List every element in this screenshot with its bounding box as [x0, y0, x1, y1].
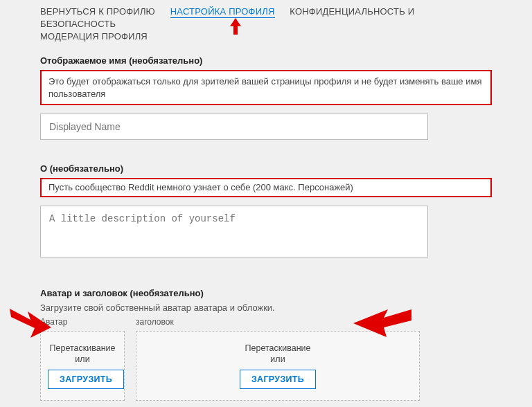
- display-name-input[interactable]: [40, 114, 428, 140]
- avatar-or-text: или: [48, 354, 117, 364]
- display-name-label: Отображаемое имя (необязательно): [40, 55, 492, 66]
- avatar-col-label: Аватар: [40, 317, 125, 327]
- tab-profile-moderation[interactable]: МОДЕРАЦИЯ ПРОФИЛЯ: [40, 31, 148, 42]
- tab-profile-settings[interactable]: НАСТРОЙКА ПРОФИЛЯ: [170, 6, 275, 18]
- tab-back-to-profile[interactable]: ВЕРНУТЬСЯ К ПРОФИЛЮ: [40, 6, 155, 17]
- avatar-upload-button[interactable]: ЗАГРУЗИТЬ: [48, 370, 124, 389]
- about-textarea[interactable]: [40, 206, 428, 257]
- avatar-upload-dropzone[interactable]: Перетаскивание или ЗАГРУЗИТЬ: [40, 331, 125, 401]
- header-drag-text: Перетаскивание: [143, 343, 412, 355]
- avatar-section-label: Аватар и заголовок (необязательно): [40, 288, 492, 298]
- header-col-label: заголовок: [136, 317, 420, 327]
- header-or-text: или: [143, 354, 412, 364]
- header-upload-dropzone[interactable]: Перетаскивание или ЗАГРУЗИТЬ: [136, 331, 420, 401]
- display-name-help: Это будет отображаться только для зрител…: [40, 70, 492, 105]
- header-upload-button[interactable]: ЗАГРУЗИТЬ: [240, 370, 316, 389]
- settings-tabs: ВЕРНУТЬСЯ К ПРОФИЛЮ НАСТРОЙКА ПРОФИЛЯ КО…: [40, 6, 492, 43]
- about-help: Пусть сообщество Reddit немного узнает о…: [40, 178, 492, 197]
- avatar-section-subtext: Загрузите свой собственный аватар аватар…: [40, 302, 492, 313]
- avatar-drag-text: Перетаскивание: [48, 343, 117, 355]
- about-label: О (необязательно): [40, 163, 492, 174]
